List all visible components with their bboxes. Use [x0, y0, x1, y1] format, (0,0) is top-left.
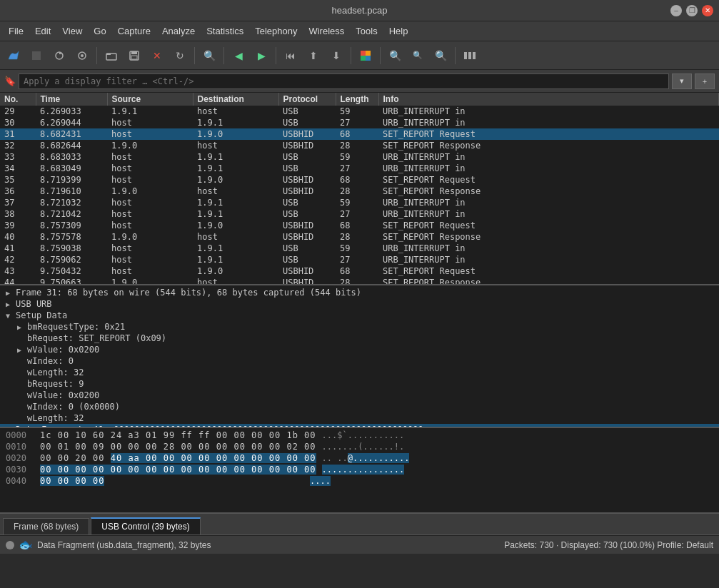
- detail-line[interactable]: wIndex: 0 (0x0000): [0, 401, 719, 412]
- cell-time: 8.719610: [36, 186, 107, 197]
- cell-source: 1.9.0: [107, 231, 193, 243]
- cell-len: 59: [336, 151, 378, 163]
- filterbar: 🔖 ▾ +: [0, 70, 719, 93]
- detail-line[interactable]: wIndex: 0: [0, 355, 719, 367]
- table-row[interactable]: 33 8.683033 host 1.9.1 USB 59 URB_INTERR…: [0, 151, 719, 163]
- toolbar-save-button[interactable]: [124, 45, 145, 66]
- table-row[interactable]: 35 8.719399 host 1.9.0 USBHID 68 SET_REP…: [0, 174, 719, 186]
- menubar: File Edit View Go Capture Analyze Statis…: [0, 21, 719, 41]
- table-row[interactable]: 39 8.757309 host 1.9.0 USBHID 68 SET_REP…: [0, 220, 719, 231]
- cell-proto: USBHID: [278, 231, 336, 243]
- status-text: Data Fragment (usb.data_fragment), 32 by…: [37, 540, 211, 550]
- menu-statistics[interactable]: Statistics: [201, 24, 249, 39]
- detail-line[interactable]: bRequest: SET_REPORT (0x09): [0, 333, 719, 344]
- toolbar-stop-button[interactable]: [26, 45, 47, 66]
- toolbar-sep-2: [194, 47, 195, 64]
- table-row[interactable]: 40 8.757578 1.9.0 host USBHID 28 SET_REP…: [0, 231, 719, 243]
- filter-dropdown-button[interactable]: ▾: [672, 74, 692, 89]
- detail-text: bRequest: SET_REPORT (0x09): [27, 333, 166, 343]
- detail-text: wValue: 0x0200: [27, 345, 99, 355]
- menu-capture[interactable]: Capture: [112, 24, 156, 39]
- svg-rect-14: [464, 52, 467, 59]
- packet-list[interactable]: No. Time Source Destination Protocol Len…: [0, 93, 719, 285]
- menu-telephony[interactable]: Telephony: [249, 24, 303, 39]
- table-row[interactable]: 29 6.269033 1.9.1 host USB 59 URB_INTERR…: [0, 106, 719, 117]
- table-row[interactable]: 38 8.721042 host 1.9.1 USB 27 URB_INTERR…: [0, 208, 719, 220]
- menu-view[interactable]: View: [56, 24, 88, 39]
- table-row[interactable]: 44 9.750663 1.9.0 host USBHID 28 SET_REP…: [0, 277, 719, 285]
- maximize-button[interactable]: ❐: [686, 5, 698, 16]
- close-button[interactable]: ✕: [702, 5, 713, 16]
- hex-ascii-normal: ...$`...........: [322, 430, 405, 440]
- toolbar-color-button[interactable]: [355, 45, 376, 66]
- cell-source: host: [107, 208, 193, 220]
- menu-help[interactable]: Help: [383, 24, 414, 39]
- table-row[interactable]: 41 8.759038 host 1.9.1 USB 59 URB_INTERR…: [0, 243, 719, 254]
- toolbar-next-button[interactable]: ▶: [251, 45, 272, 66]
- table-row[interactable]: 30 6.269044 host 1.9.1 USB 27 URB_INTERR…: [0, 117, 719, 128]
- detail-line[interactable]: bRequest: 9: [0, 378, 719, 390]
- menu-tools[interactable]: Tools: [350, 24, 383, 39]
- filter-add-button[interactable]: +: [695, 74, 715, 89]
- tab-item[interactable]: Frame (68 bytes): [3, 518, 89, 534]
- filter-input[interactable]: [19, 74, 669, 89]
- table-row[interactable]: 42 8.759062 host 1.9.1 USB 27 URB_INTERR…: [0, 254, 719, 265]
- menu-wireless[interactable]: Wireless: [303, 24, 350, 39]
- cell-source: 1.9.0: [107, 277, 193, 285]
- cell-info: URB_INTERRUPT in: [378, 151, 719, 163]
- menu-edit[interactable]: Edit: [29, 24, 56, 39]
- cell-dest: host: [193, 277, 278, 285]
- table-row[interactable]: 43 9.750432 host 1.9.0 USBHID 68 SET_REP…: [0, 265, 719, 277]
- toolbar-jump-down-button[interactable]: ⬇: [326, 45, 347, 66]
- toolbar-sep-5: [351, 47, 351, 64]
- detail-line[interactable]: ▼Setup Data: [0, 310, 719, 321]
- menu-analyze[interactable]: Analyze: [156, 24, 201, 39]
- toolbar-open-button[interactable]: [101, 45, 122, 66]
- toolbar-options-button[interactable]: [71, 45, 93, 66]
- detail-line[interactable]: wLength: 32: [0, 412, 719, 424]
- table-row[interactable]: 34 8.683049 host 1.9.1 USB 27 URB_INTERR…: [0, 163, 719, 174]
- cell-info: SET_REPORT Request: [378, 265, 719, 277]
- menu-go[interactable]: Go: [88, 24, 111, 39]
- detail-line[interactable]: ▶USB URB: [0, 298, 719, 310]
- open-icon: [106, 51, 117, 61]
- tab-item[interactable]: USB Control (39 bytes): [91, 517, 200, 534]
- table-row[interactable]: 37 8.721032 host 1.9.1 USB 59 URB_INTERR…: [0, 197, 719, 208]
- minimize-button[interactable]: –: [670, 5, 682, 16]
- svg-rect-8: [131, 51, 137, 54]
- cell-proto: USBHID: [278, 186, 336, 197]
- toolbar-prev-button[interactable]: ◀: [228, 45, 249, 66]
- cell-dest: 1.9.1: [193, 197, 278, 208]
- hex-pane[interactable]: 0000 1c 00 10 60 24 a3 01 99 ff ff 00 00…: [0, 428, 719, 514]
- menu-file[interactable]: File: [3, 24, 29, 39]
- detail-line[interactable]: wValue: 0x0200: [0, 390, 719, 401]
- detail-text: Setup Data: [16, 310, 67, 320]
- cell-dest: 1.9.0: [193, 220, 278, 231]
- cell-info: SET_REPORT Response: [378, 231, 719, 243]
- cell-source: host: [107, 151, 193, 163]
- cell-dest: host: [193, 140, 278, 151]
- toolbar-zoom-reset-button[interactable]: 🔍: [430, 45, 451, 66]
- table-row[interactable]: 36 8.719610 1.9.0 host USBHID 28 SET_REP…: [0, 186, 719, 197]
- toolbar-close-file-button[interactable]: ✕: [146, 45, 168, 66]
- cell-len: 27: [336, 117, 378, 128]
- table-row[interactable]: 32 8.682644 1.9.0 host USBHID 28 SET_REP…: [0, 140, 719, 151]
- toolbar-reload-button[interactable]: ↻: [169, 45, 191, 66]
- detail-line[interactable]: ▶bmRequestType: 0x21: [0, 321, 719, 333]
- detail-line[interactable]: ▶wValue: 0x0200: [0, 344, 719, 355]
- toolbar-shark-button[interactable]: [3, 45, 24, 66]
- toolbar-restart-button[interactable]: [49, 45, 70, 66]
- toolbar-jump-up-button[interactable]: ⬆: [303, 45, 324, 66]
- toolbar-jump-first-button[interactable]: ⏮: [280, 45, 301, 66]
- toolbar-zoom-out-button[interactable]: 🔍: [407, 45, 428, 66]
- detail-line[interactable]: wLength: 32: [0, 367, 719, 378]
- detail-pane[interactable]: ▶Frame 31: 68 bytes on wire (544 bits), …: [0, 285, 719, 428]
- detail-line[interactable]: ▶Frame 31: 68 bytes on wire (544 bits), …: [0, 287, 719, 298]
- table-row[interactable]: 31 8.682431 host 1.9.0 USBHID 68 SET_REP…: [0, 128, 719, 140]
- cell-len: 68: [336, 174, 378, 186]
- toolbar-zoom-in-button[interactable]: 🔍: [384, 45, 406, 66]
- hex-bytes-highlighted: 00 00 00 00: [40, 476, 104, 486]
- toolbar-resize-columns-button[interactable]: [459, 45, 481, 66]
- cell-info: SET_REPORT Response: [378, 186, 719, 197]
- toolbar-search-button[interactable]: 🔍: [198, 45, 220, 66]
